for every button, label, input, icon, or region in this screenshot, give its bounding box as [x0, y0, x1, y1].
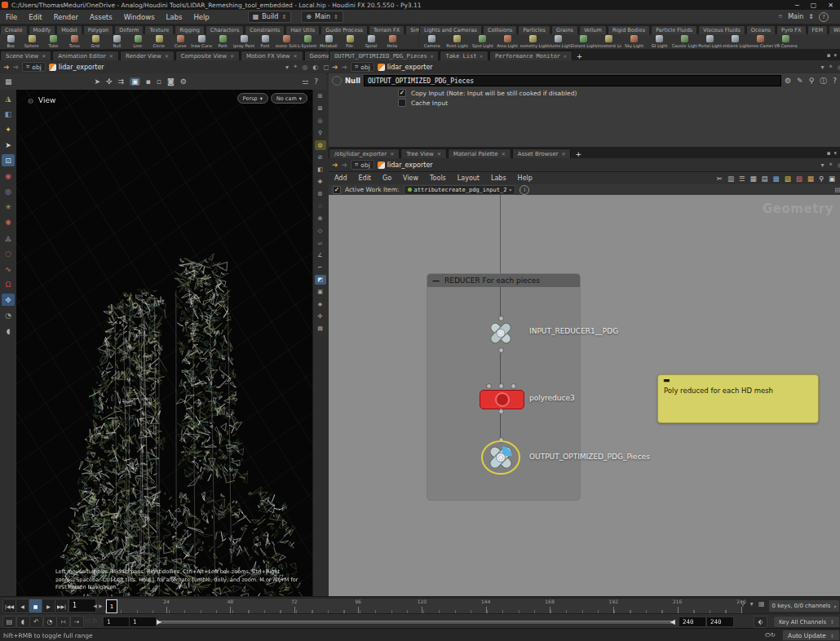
anim-options-icon[interactable]: ▦: [758, 600, 765, 608]
menu-item[interactable]: Tools: [424, 175, 452, 182]
network-canvas[interactable]: Geometry — REDUCER For each pieces INPUT…: [329, 195, 840, 596]
stow-bar-icon[interactable]: ⚍: [302, 77, 308, 86]
move-tool-icon[interactable]: ✥: [2, 294, 15, 306]
magnet-snap-icon[interactable]: Ω: [2, 278, 15, 290]
viewport-render[interactable]: [16, 90, 312, 596]
back-icon[interactable]: ➜: [332, 161, 338, 169]
menu-item[interactable]: Help: [512, 175, 538, 182]
playhead[interactable]: 1: [106, 599, 117, 613]
shelf-tab[interactable]: Particle Fluids: [651, 25, 697, 34]
shelf-tab[interactable]: Hair Utils: [285, 25, 320, 34]
maximize-button[interactable]: ▢: [811, 2, 817, 9]
close-tab-icon[interactable]: ✕: [502, 151, 506, 157]
prim-hulls-icon[interactable]: ▱: [315, 238, 326, 248]
shelf-tool[interactable]: Spray Paint: [233, 35, 254, 48]
shelf-tool[interactable]: Font: [254, 35, 276, 48]
secure-selection-lock-icon[interactable]: ⊡: [2, 154, 15, 166]
sculpt-tool-icon[interactable]: ◬: [2, 232, 15, 244]
shelf-tool[interactable]: Grid: [85, 35, 106, 48]
input-connector[interactable]: [486, 383, 492, 389]
shelf-tool[interactable]: File: [339, 35, 360, 48]
collapse-box-icon[interactable]: —: [432, 276, 440, 285]
prev-key-icon[interactable]: ◁: [85, 617, 89, 624]
pane-menu-icon[interactable]: ▪: [827, 52, 831, 59]
points-display-icon[interactable]: ∴: [315, 201, 326, 211]
sticky-note[interactable]: ▬ Poly reduced for each HD mesh: [657, 374, 819, 423]
pane-tab[interactable]: Motion FX View✕: [241, 51, 303, 60]
snapshot-icon[interactable]: ◧: [2, 108, 15, 120]
pin-icon[interactable]: ⌖: [294, 63, 298, 71]
prim-normals-icon[interactable]: ◇: [315, 226, 326, 236]
menu-item[interactable]: Edit: [23, 13, 47, 21]
range-start-field[interactable]: 1: [103, 617, 130, 627]
minimize-button[interactable]: ─: [795, 2, 799, 9]
copy-input-checkbox[interactable]: [398, 89, 406, 97]
shelf-tab[interactable]: Deform: [114, 25, 144, 34]
shelf-tool[interactable]: Point Light: [444, 35, 470, 48]
forward-icon[interactable]: ➜: [342, 63, 348, 71]
flag-red-icon[interactable]: ▧: [796, 175, 802, 183]
step-icon[interactable]: →: [70, 616, 84, 628]
notes-icon[interactable]: ✦: [2, 123, 15, 135]
shelf-tab[interactable]: Particles: [518, 25, 550, 34]
flipbook-icon[interactable]: ▤: [2, 616, 16, 628]
shelf-tab[interactable]: Viscous Fluids: [698, 25, 745, 34]
headlight-icon[interactable]: ⚲: [315, 128, 326, 138]
playback-start-field[interactable]: 1: [129, 617, 157, 627]
shelf-tool[interactable]: Box: [0, 35, 21, 48]
playback-range-slider[interactable]: ▶ ◀: [160, 621, 672, 624]
shelf-tool[interactable]: Area Light: [495, 35, 520, 48]
point-numbers-icon[interactable]: ⊕: [315, 214, 326, 223]
shaded-mode-icon[interactable]: ◩: [315, 275, 326, 285]
shelf-tab[interactable]: Oceans: [746, 25, 776, 34]
frame-inc-icon[interactable]: ▶: [98, 600, 104, 610]
fan-icon[interactable]: ✣: [315, 312, 326, 321]
camera-selector[interactable]: No cam▾: [271, 93, 307, 104]
cache-input-checkbox[interactable]: [398, 99, 406, 107]
color-icon[interactable]: ◐: [312, 63, 318, 71]
lasso-tool-icon[interactable]: ◌: [2, 247, 15, 259]
close-tab-icon[interactable]: ✕: [390, 151, 394, 157]
shelf-tool[interactable]: Metaball: [318, 35, 339, 48]
grid-icon[interactable]: ▤: [762, 175, 768, 183]
pin-icon[interactable]: ⌖: [829, 63, 833, 71]
undo-anim-icon[interactable]: ↶: [29, 616, 43, 628]
menu-item[interactable]: View: [397, 175, 424, 182]
pane-tab[interactable]: Scene View✕: [0, 51, 51, 60]
stop-button[interactable]: ■: [29, 599, 42, 613]
shelf-tab[interactable]: Collisions: [483, 25, 518, 34]
node-name-field[interactable]: OUTPUT_OPTIMIZED_PDG_Pieces: [364, 75, 781, 86]
shelf-tool[interactable]: Circle: [148, 35, 170, 48]
info-icon[interactable]: ⓘ: [820, 76, 827, 86]
move-mode-icon[interactable]: ✜: [106, 77, 113, 86]
close-tab-icon[interactable]: ✕: [564, 53, 567, 60]
menu-item[interactable]: File: [0, 13, 23, 21]
context-chip[interactable]: ⌗obj: [351, 62, 374, 72]
select-arrow-icon[interactable]: ➤: [2, 139, 15, 151]
grid-snap-icon[interactable]: ▦: [750, 175, 757, 183]
character-tool-icon[interactable]: ✳: [2, 201, 15, 213]
close-tab-icon[interactable]: ✕: [230, 53, 234, 60]
keys-summary-button[interactable]: 0 keys, 0/0 channels▾: [768, 599, 840, 612]
menu-item[interactable]: Help: [188, 13, 214, 21]
set-key-icon[interactable]: ⬖: [754, 616, 767, 628]
pin-icon[interactable]: ⌖: [829, 161, 833, 169]
hand-tool-icon[interactable]: ◖: [2, 325, 15, 337]
shelf-tab[interactable]: Pyro FX: [776, 25, 807, 34]
angle-icon[interactable]: ∠: [315, 250, 326, 260]
display-options-icon[interactable]: ⚙: [315, 189, 326, 199]
pane-tab[interactable]: Asset Browser✕: [512, 148, 572, 158]
node-polyreduce3-error[interactable]: [480, 390, 524, 409]
shelf-tool[interactable]: L-System: [297, 35, 318, 48]
dropdown-caret-icon[interactable]: ▾: [820, 161, 824, 169]
scene-tool-icon[interactable]: ◮: [2, 92, 15, 104]
pane-tab[interactable]: Take List✕: [440, 51, 489, 60]
update-mode-selector[interactable]: Auto Update⇕: [782, 630, 840, 641]
paint-tool-icon[interactable]: ❋: [2, 216, 15, 228]
shelf-tool[interactable]: Stereo Camera: [748, 35, 773, 48]
materials-icon[interactable]: ◧: [315, 165, 326, 175]
dropdown-caret-icon[interactable]: ▾: [285, 63, 289, 71]
audio-icon[interactable]: ◖: [16, 616, 30, 628]
shelf-tool[interactable]: Line: [127, 35, 148, 48]
shelf-tool[interactable]: Sphere: [21, 35, 42, 48]
